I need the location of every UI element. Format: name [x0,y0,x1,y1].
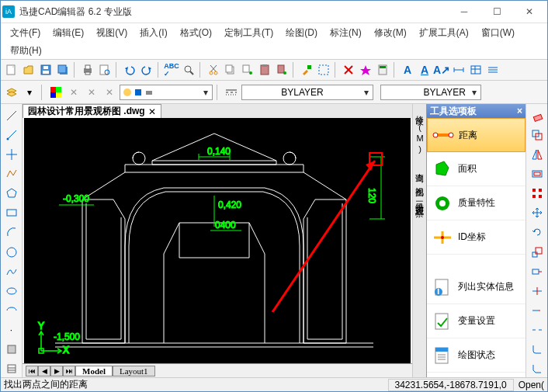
point-icon[interactable]: · [3,322,20,338]
last-layout-icon[interactable]: ⏭ [63,366,75,376]
polygon-icon[interactable] [3,186,20,202]
redo-icon[interactable] [139,62,154,78]
offset-icon[interactable] [529,165,546,182]
copy2-icon[interactable] [529,127,546,143]
menu-file[interactable]: 文件(F) [7,25,43,41]
close-button[interactable]: ✕ [513,1,546,23]
block-icon[interactable] [3,342,20,358]
rect-icon[interactable] [3,205,20,221]
layout1-tab[interactable]: Layout1 [113,366,155,376]
close-tab-icon[interactable]: ✕ [148,106,156,117]
trim-icon[interactable] [529,283,546,299]
linetype-combo[interactable]: BYLAYER▾ [241,85,373,100]
menu-tools[interactable]: 定制工具(T) [221,25,276,41]
palette-item-distance[interactable]: 距离 [427,118,525,152]
spell-icon[interactable]: ABC✓ [164,62,179,78]
palette-item-list[interactable]: i 列出实体信息 [427,270,525,304]
layer-combo[interactable]: ▾ [120,85,213,100]
erase-icon[interactable] [529,107,546,123]
na3-icon[interactable]: ✕ [102,85,117,100]
hatch-icon[interactable] [3,361,20,377]
copyref-icon[interactable] [240,62,255,78]
delete-icon[interactable] [341,62,356,78]
na1-icon[interactable]: ✕ [66,85,82,100]
save-icon[interactable] [38,62,54,78]
model-tab[interactable]: Model [75,366,113,376]
palette-item-setvar[interactable]: 变量设置 [427,304,525,338]
open-icon[interactable] [21,62,36,78]
move-icon[interactable] [529,205,546,221]
tablestyle-icon[interactable] [468,62,484,78]
menu-window[interactable]: 窗口(W) [478,25,518,41]
text-a2-icon[interactable]: A [417,62,432,78]
star-icon[interactable] [358,62,373,78]
stretch-icon[interactable] [529,263,546,279]
break-icon[interactable] [529,322,546,338]
new-icon[interactable] [4,62,19,78]
menu-draw[interactable]: 绘图(D) [283,25,321,41]
active-document-tab[interactable]: 园林设计常用景观桥图 .dwg✕ [23,104,161,118]
prev-layout-icon[interactable]: ◀ [38,366,50,376]
vtab-modify[interactable]: 修改 (M) [414,109,425,155]
palette-item-id[interactable]: ID坐标 [427,220,525,255]
palette-item-massprop[interactable]: 质量特性 [427,186,525,220]
color-icon[interactable] [48,85,64,100]
line-icon[interactable] [3,107,20,123]
pline-icon[interactable] [3,165,20,182]
selectall-icon[interactable] [316,62,331,78]
menu-edit[interactable]: 编辑(E) [50,25,87,41]
array-icon[interactable] [529,186,546,202]
xline-icon[interactable] [3,146,20,162]
menu-modify[interactable]: 修改(M) [371,25,410,41]
menu-dim[interactable]: 标注(N) [327,25,365,41]
mlstyle-icon[interactable] [485,62,501,78]
matchprop-icon[interactable] [299,62,314,78]
vtab-inquiry[interactable]: 查询 [414,166,425,169]
palette-item-status[interactable]: 绘图状态 [427,338,525,373]
palette-title[interactable]: 工具选项板× [427,104,525,118]
layer-icon[interactable] [4,85,19,100]
calc-icon[interactable] [375,62,390,78]
printpreview-icon[interactable] [97,62,113,78]
text-a-icon[interactable]: A [400,62,415,78]
vtab-3dorbit[interactable]: 三维动态观察 [414,194,425,203]
menu-help[interactable]: 帮助(H) [7,43,45,59]
menu-ext[interactable]: 扩展工具(A) [416,25,472,41]
palette-item-area[interactable]: 面积 [427,152,525,186]
extend-icon[interactable] [529,302,546,318]
text-a3-icon[interactable]: A↗ [434,62,449,78]
vtab-view[interactable]: 视图 [414,180,425,183]
na2-icon[interactable]: ✕ [84,85,99,100]
saveall-icon[interactable] [55,62,71,78]
menu-view[interactable]: 视图(V) [93,25,130,41]
maximize-button[interactable]: ☐ [480,1,513,23]
spline-icon[interactable] [3,263,20,279]
menu-insert[interactable]: 插入(I) [137,25,170,41]
ray-icon[interactable] [3,127,20,143]
find-icon[interactable] [181,62,196,78]
lineweight-combo[interactable]: BYLAYER▾ [380,85,481,100]
paste-icon[interactable] [257,62,272,78]
circle-icon[interactable] [3,244,20,260]
palette-close-icon[interactable]: × [517,106,522,116]
drawing-canvas[interactable]: 0,140 -0,300 0,420 0400 -1,500 120 Y X [24,118,411,363]
print-icon[interactable] [80,62,95,78]
scale-icon[interactable] [529,244,546,260]
chamfer-icon[interactable] [529,361,546,377]
pasteref-icon[interactable] [274,62,290,78]
dimstyle-icon[interactable] [451,62,466,78]
minimize-button[interactable]: ─ [448,1,480,23]
linetype-icon[interactable] [224,85,239,100]
rotate-icon[interactable] [529,224,546,241]
undo-icon[interactable] [122,62,137,78]
fillet-icon[interactable] [529,342,546,358]
menu-format[interactable]: 格式(O) [177,25,215,41]
mirror-icon[interactable] [529,146,546,162]
layer-dd-icon[interactable]: ▾ [22,85,37,100]
ellipsearc-icon[interactable] [3,302,20,318]
ellipse-icon[interactable] [3,283,20,299]
copy-icon[interactable] [223,62,238,78]
arc-icon[interactable] [3,224,20,241]
first-layout-icon[interactable]: ⏮ [26,366,38,376]
cut-icon[interactable] [206,62,221,78]
